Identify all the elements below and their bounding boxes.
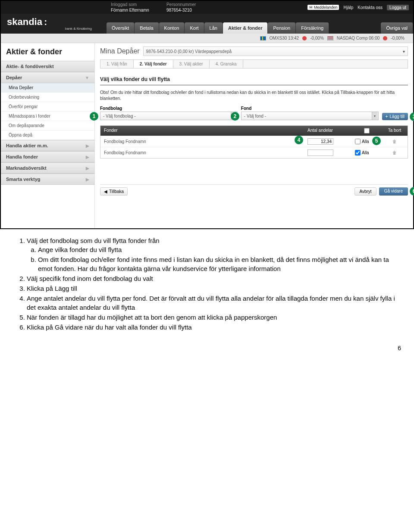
sidebar-h-aktie-fondoversikt[interactable]: Aktie- & fondöversikt — [1, 61, 94, 72]
section-heading: Välj vilka fonder du vill flytta — [100, 74, 408, 85]
instruction-1a: Ange vilka fonder du vill flytta — [38, 245, 397, 254]
logo-dots-icon: : — [42, 16, 46, 27]
dropdown-arrow-icon: ▾ — [372, 112, 378, 120]
sidebar-h-handla-fonder-label: Handla fonder — [6, 154, 38, 159]
depot-select[interactable]: 9876-543.210-0 (0,00 kr) Värdepappersdep… — [143, 47, 408, 56]
trash-icon: 🗑 — [392, 150, 397, 155]
instruction-1b: Om ditt fondbolag och/eller fond inte fi… — [38, 255, 397, 273]
back-button-label: Tillbaka — [109, 189, 124, 194]
alla-label: Alla — [362, 139, 369, 144]
meddelanden-label: Meddelanden — [314, 5, 338, 9]
fondbolag-select[interactable]: - Välj fondbolag - ▾ — [100, 112, 238, 120]
instruction-4: Ange antalet andelar du vill flytta per … — [27, 294, 397, 312]
add-button[interactable]: + Lägg till — [382, 113, 408, 120]
info-note: Obs! Om du inte hittar ditt fondbolag oc… — [100, 90, 408, 102]
ticker-down-icon — [302, 36, 307, 40]
instruction-1-text: Välj det fondbolag som du vill flytta fo… — [27, 237, 160, 244]
delete-row-button[interactable]: 🗑 5 — [382, 137, 408, 146]
trash-icon: 🗑 — [392, 139, 397, 144]
sidebar-h-smarta-verktyg[interactable]: Smarta verktyg — [1, 174, 94, 185]
sidebar-h-depaer-label: Depåer — [6, 75, 22, 80]
sidebar-h-handla-fonder[interactable]: Handla fonder — [1, 151, 94, 162]
tab-aktier-fonder[interactable]: Aktier & fonder — [223, 22, 268, 34]
depot-select-value: 9876-543.210-0 (0,00 kr) Värdepappersdep… — [146, 49, 232, 54]
page-number: 6 — [0, 339, 414, 357]
add-button-label: Lägg till — [390, 114, 405, 119]
main-nav: skandia : bank & försäkring Översikt Bet… — [1, 14, 413, 34]
annotation-circle-4: 4 — [295, 136, 303, 144]
topbar: Inloggad som Förnamn Efternamn Personnum… — [1, 1, 413, 14]
fond-select[interactable]: - Välj fond - ▾ — [241, 112, 379, 120]
hjalp-link[interactable]: Hjälp — [343, 5, 353, 10]
logga-ut-button[interactable]: Logga ut — [387, 5, 409, 10]
logged-in-label: Inloggad som — [111, 2, 149, 7]
alla-checkbox[interactable] — [355, 150, 361, 156]
annotation-circle-1: 1 — [90, 112, 98, 121]
instruction-3: Klicka på Lägg till — [27, 284, 397, 293]
antal-input[interactable] — [307, 138, 333, 145]
sidebar-item-om-depasparande[interactable]: Om depåsparande — [1, 121, 94, 131]
select-all-checkbox[interactable] — [364, 128, 370, 134]
wizard-steps: 1. Välj från 2. Välj fonder 3. Välj akti… — [100, 59, 408, 68]
chevron-right-icon — [86, 177, 89, 182]
envelope-icon: ✉ — [309, 5, 313, 9]
tab-betala[interactable]: Betala — [135, 22, 159, 34]
next-button[interactable]: Gå vidare — [379, 187, 408, 196]
content-title: Mina Depåer — [100, 47, 140, 55]
sidebar-title: Aktier & fonder — [1, 43, 94, 61]
market-ticker: OMXS30 13:42 -0,00% NASDAQ Comp 06:00 -0… — [1, 34, 413, 43]
sidebar-h-depaer[interactable]: Depåer — [1, 72, 94, 83]
sidebar-item-orderbevakning[interactable]: Orderbevakning — [1, 93, 94, 102]
ticker-omx-val: -0,00% — [310, 36, 324, 40]
meddelanden-button[interactable]: ✉ Meddelanden — [307, 5, 339, 10]
chevron-right-icon — [86, 143, 89, 148]
sidebar-h-handla-aktier[interactable]: Handla aktier m.m. — [1, 140, 94, 151]
pnr-label: Personnummer — [166, 2, 196, 7]
tab-konton[interactable]: Konton — [159, 22, 185, 34]
content-area: Mina Depåer 9876-543.210-0 (0,00 kr) Vär… — [95, 43, 413, 228]
step-4[interactable]: 4. Granska — [209, 59, 243, 68]
chevron-right-icon — [86, 155, 89, 159]
chevron-down-icon: ▾ — [403, 49, 405, 54]
tab-forsakring[interactable]: Försäkring — [296, 22, 329, 34]
instruction-6: Klicka på Gå vidare när du har valt alla… — [27, 323, 397, 332]
grid-row: Fondbolag Fondnamn Alla 🗑 — [100, 147, 408, 158]
arrow-left-icon: ◀ — [104, 189, 107, 194]
tab-ovriga-val[interactable]: Övriga val — [381, 22, 413, 34]
tab-oversikt[interactable]: Översikt — [107, 22, 135, 34]
tab-lan[interactable]: Lån — [204, 22, 223, 34]
grid-header-antal: Antal andelar — [304, 126, 351, 136]
grid-header-delete: Ta bort — [382, 126, 408, 136]
us-flag-icon — [327, 36, 333, 40]
steps-filler — [243, 59, 408, 68]
sidebar-item-manadsspara[interactable]: Månadsspara i fonder — [1, 112, 94, 121]
sidebar-item-mina-depaer[interactable]: Mina Depåer — [1, 83, 94, 93]
sidebar-item-overfor-pengar[interactable]: Överför pengar — [1, 102, 94, 112]
tab-pension[interactable]: Pension — [268, 22, 296, 34]
step-3[interactable]: 3. Välj aktier — [173, 59, 210, 68]
ticker-nasdaq-val: -0,00% — [391, 36, 405, 40]
fondbolag-label: Fondbolag — [100, 106, 238, 111]
sidebar: Aktier & fonder Aktie- & fondöversikt De… — [1, 43, 95, 228]
back-button[interactable]: ◀ Tillbaka — [100, 187, 128, 196]
grid-row-name: Fondbolag Fondnamn — [100, 148, 304, 157]
alla-checkbox[interactable] — [355, 139, 361, 144]
delete-row-button[interactable]: 🗑 — [382, 148, 408, 157]
tab-kort[interactable]: Kort — [185, 22, 204, 34]
sidebar-item-oppna-depa[interactable]: Öppna depå — [1, 131, 94, 140]
grid-header-fonder: Fonder — [100, 126, 304, 136]
instruction-2: Välj specifik fond inom det fondbolag du… — [27, 274, 397, 283]
fondbolag-select-value: - Välj fondbolag - — [103, 114, 136, 118]
kontakta-link[interactable]: Kontakta oss — [358, 5, 383, 10]
step-2[interactable]: 2. Välj fonder — [133, 59, 173, 68]
sidebar-h-marknadsoversikt[interactable]: Marknadsöversikt — [1, 162, 94, 174]
pnr-value: 987654-3210 — [166, 7, 196, 13]
instructions-section: Välj det fondbolag som du vill flytta fo… — [0, 229, 414, 339]
screenshot-container: Inloggad som Förnamn Efternamn Personnum… — [0, 0, 414, 229]
logged-in-value: Förnamn Efternamn — [111, 7, 149, 13]
step-1[interactable]: 1. Välj från — [100, 59, 134, 68]
fond-label: Fond — [241, 106, 379, 111]
cancel-button[interactable]: Avbryt — [354, 187, 376, 196]
sweden-flag-icon — [260, 36, 266, 40]
antal-input[interactable] — [307, 149, 333, 156]
